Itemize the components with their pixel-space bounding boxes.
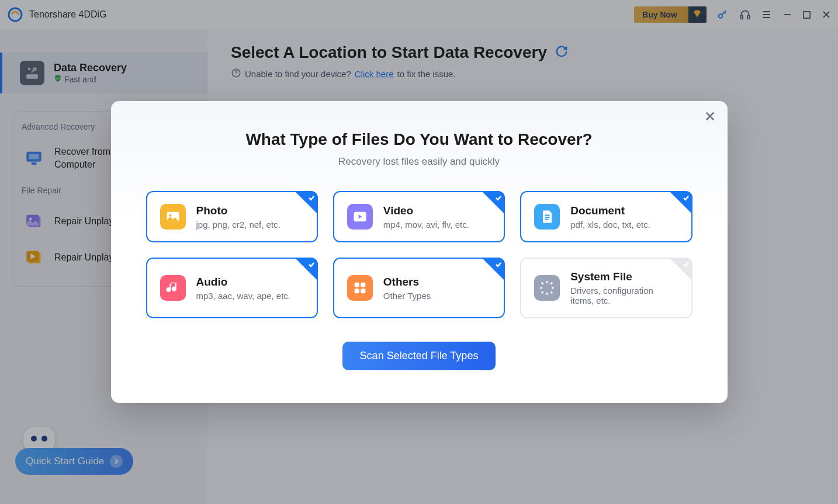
file-type-name: System File — [570, 270, 678, 283]
file-type-desc: Drivers, configuration items, etc. — [570, 286, 678, 305]
file-type-desc: pdf, xls, doc, txt, etc. — [570, 220, 650, 230]
svg-rect-20 — [361, 283, 365, 287]
check-icon — [683, 260, 690, 270]
file-type-card-video[interactable]: Videomp4, mov, avi, flv, etc. — [333, 191, 505, 242]
file-type-card-system-file[interactable]: System FileDrivers, configuration items,… — [520, 258, 692, 318]
file-type-card-document[interactable]: Documentpdf, xls, doc, txt, etc. — [520, 191, 692, 242]
file-type-desc: jpg, png, cr2, nef, etc. — [196, 220, 281, 230]
file-type-grid: Photojpg, png, cr2, nef, etc.Videomp4, m… — [146, 191, 692, 318]
file-type-icon — [160, 204, 186, 230]
modal-subtitle: Recovery lost files easily and quickly — [146, 156, 692, 168]
svg-rect-22 — [361, 289, 365, 293]
selection-corner — [295, 258, 318, 281]
check-icon — [495, 260, 502, 270]
check-icon — [495, 193, 502, 204]
file-type-name: Video — [383, 204, 469, 217]
selection-corner — [482, 258, 505, 281]
file-type-icon — [347, 204, 373, 230]
check-icon — [308, 193, 315, 204]
check-icon — [308, 260, 315, 270]
scan-button[interactable]: Scan Selected File Types — [342, 342, 496, 370]
file-type-modal: What Type of Files Do You Want to Recove… — [111, 101, 728, 403]
selection-corner — [669, 258, 692, 281]
file-type-desc: mp4, mov, avi, flv, etc. — [383, 220, 469, 230]
file-type-card-others[interactable]: OthersOther Types — [333, 258, 505, 318]
selection-corner — [295, 191, 318, 214]
check-icon — [683, 193, 690, 204]
file-type-icon — [160, 275, 186, 301]
modal-overlay: What Type of Files Do You Want to Recove… — [0, 0, 838, 504]
file-type-icon — [347, 275, 373, 301]
file-type-desc: mp3, aac, wav, ape, etc. — [196, 291, 290, 301]
svg-point-23 — [545, 286, 549, 290]
file-type-name: Others — [383, 276, 431, 289]
selection-corner — [482, 191, 505, 214]
file-type-name: Audio — [196, 276, 290, 289]
file-type-desc: Other Types — [383, 291, 431, 301]
modal-title: What Type of Files Do You Want to Recove… — [146, 130, 692, 149]
modal-close-button[interactable] — [704, 110, 716, 124]
file-type-icon — [534, 204, 560, 230]
svg-rect-21 — [354, 289, 359, 293]
svg-point-17 — [169, 214, 171, 217]
svg-rect-19 — [354, 283, 359, 287]
selection-corner — [669, 191, 692, 214]
file-type-name: Document — [570, 204, 650, 217]
file-type-card-photo[interactable]: Photojpg, png, cr2, nef, etc. — [146, 191, 318, 242]
file-type-name: Photo — [196, 204, 281, 217]
file-type-card-audio[interactable]: Audiomp3, aac, wav, ape, etc. — [146, 258, 318, 318]
file-type-icon — [534, 275, 560, 301]
